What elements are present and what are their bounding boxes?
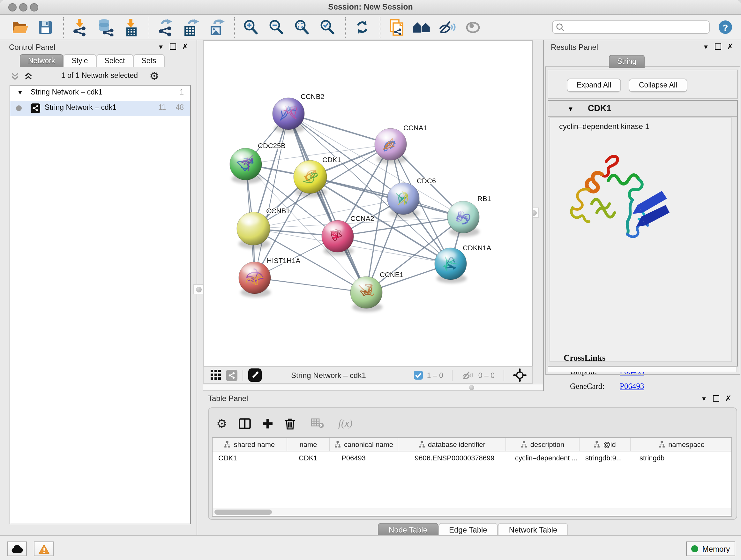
column-header[interactable]: canonical name (330, 438, 398, 451)
center-view-crosshair-icon[interactable] (513, 368, 527, 382)
column-header[interactable]: name (287, 438, 330, 451)
open-folder-icon (11, 19, 28, 35)
open-session-button[interactable] (10, 17, 29, 37)
export-image-button[interactable] (207, 17, 226, 37)
table-header-row: shared name name canonical name database… (212, 438, 731, 451)
panel-collapse-icon[interactable]: ▼ (703, 43, 709, 50)
table-horizontal-scrollbar[interactable] (213, 508, 731, 515)
table-row[interactable]: CDK1 CDK1 P06493 9606.ENSP00000378699 cy… (212, 451, 731, 463)
table-options-gear-icon[interactable]: ⚙ (216, 417, 227, 429)
tab-style[interactable]: Style (63, 54, 96, 67)
main-toolbar: ? (0, 15, 741, 40)
crosslink-link[interactable]: P06493 (620, 382, 644, 391)
show-all-networks-button[interactable] (412, 17, 431, 37)
network-collection-row[interactable]: ▼ String Network – cdk1 1 (10, 85, 190, 101)
table-panel: Table Panel ▼ ✗ ⚙ f(x) shared name name … (203, 391, 741, 535)
delete-column-button[interactable] (285, 417, 295, 429)
import-network-file-button[interactable] (70, 17, 89, 37)
houses-icon (412, 19, 431, 35)
collapse-all-button[interactable]: Collapse All (629, 78, 687, 92)
column-header[interactable]: @id (580, 438, 630, 451)
help-button[interactable]: ? (719, 20, 732, 34)
zoom-out-button[interactable] (267, 17, 286, 37)
show-hidden-button[interactable] (463, 17, 482, 37)
panel-close-icon[interactable]: ✗ (727, 42, 733, 51)
tree-expand-arrow-icon[interactable]: ▼ (17, 89, 23, 96)
network-options-gear-icon[interactable]: ⚙ (149, 71, 159, 82)
tab-select[interactable]: Select (96, 54, 133, 67)
network-from-clipboard-button[interactable] (387, 17, 406, 37)
network-edge[interactable] (310, 177, 463, 217)
node-label: CDC6 (417, 177, 436, 185)
column-header[interactable]: shared name (212, 438, 287, 451)
cloud-icon (11, 544, 23, 553)
search-icon (556, 23, 565, 32)
panel-float-icon[interactable] (715, 44, 721, 50)
save-session-button[interactable] (36, 17, 55, 37)
import-network-database-button[interactable] (96, 17, 115, 37)
panel-collapse-icon[interactable]: ▼ (701, 395, 707, 402)
selected-checkbox-icon[interactable] (414, 370, 423, 380)
refresh-button[interactable] (352, 17, 372, 37)
column-header[interactable]: description (506, 438, 580, 451)
tab-network-table[interactable]: Network Table (498, 523, 568, 537)
network-view-canvas[interactable]: CCNB2CCNA1CDC25BCDK1CDC6RB1CCNB1CCNA2CDK… (203, 40, 533, 367)
column-type-icon (334, 441, 341, 448)
expand-all-button[interactable]: Expand All (567, 78, 621, 92)
tab-edge-table[interactable]: Edge Table (438, 523, 498, 537)
network-edge[interactable] (255, 114, 288, 278)
panel-close-icon[interactable]: ✗ (725, 394, 731, 403)
node-gloss-highlight (325, 223, 343, 233)
cdk1-section-header[interactable]: ▼ CDK1 (548, 101, 737, 117)
network-edge[interactable] (288, 114, 366, 293)
memory-button[interactable]: Memory (686, 542, 735, 556)
show-columns-button[interactable] (239, 418, 251, 429)
network-edge[interactable] (255, 278, 366, 293)
zoom-selected-icon (319, 19, 336, 36)
node-label: CCNB1 (266, 207, 290, 215)
network-row-selected[interactable]: String Network – cdk1 11 48 (10, 101, 190, 116)
add-column-button[interactable] (262, 418, 273, 429)
function-builder-button-disabled: f(x) (338, 418, 352, 429)
window-title: Session: New Session (0, 0, 741, 14)
zoom-selected-button[interactable] (318, 17, 337, 37)
zoom-fit-button[interactable] (292, 17, 312, 37)
birdseye-view-button[interactable] (248, 368, 262, 382)
column-header[interactable]: namespace (630, 438, 732, 451)
scrollbar-thumb[interactable] (214, 509, 272, 514)
splitter-handle-dot[interactable] (469, 385, 474, 390)
network-share-view-button[interactable] (226, 369, 238, 381)
tab-node-table[interactable]: Node Table (378, 523, 438, 537)
protein-description: cyclin–dependent kinase 1 (559, 122, 650, 131)
results-horizontal-scrollbar[interactable] (548, 367, 737, 372)
tab-string[interactable]: String (609, 55, 645, 68)
section-collapse-arrow-icon[interactable]: ▼ (567, 105, 574, 112)
node-gloss-highlight (242, 265, 260, 274)
cloud-button[interactable] (7, 542, 27, 556)
tab-sets[interactable]: Sets (133, 54, 164, 67)
hidden-eye-icon (462, 370, 475, 380)
column-header[interactable]: database identifier (398, 438, 506, 451)
node-gloss-highlight (451, 204, 469, 213)
cdk1-details: cyclin–dependent kinase 1 (549, 118, 733, 362)
warning-button[interactable] (34, 542, 54, 556)
hide-selected-button[interactable] (438, 17, 457, 37)
panel-float-icon[interactable] (170, 44, 176, 50)
panel-collapse-icon[interactable]: ▼ (158, 43, 164, 50)
search-input[interactable] (552, 20, 710, 34)
import-table-file-button[interactable] (121, 17, 140, 37)
results-panel: Results Panel ▼ ✗ String Expand All Coll… (543, 40, 741, 391)
zoom-in-button[interactable] (241, 17, 260, 37)
tab-network[interactable]: Network (20, 54, 63, 67)
network-graph: CCNB2CCNA1CDC25BCDK1CDC6RB1CCNB1CCNA2CDK… (204, 41, 532, 366)
grid-view-button[interactable] (211, 370, 221, 381)
results-panel-header-icons: ▼ ✗ (703, 40, 733, 53)
node-label: CDC25B (258, 142, 286, 150)
results-vertical-scrollbar[interactable] (731, 118, 736, 362)
panel-float-icon[interactable] (713, 395, 719, 401)
export-table-button[interactable] (181, 17, 200, 37)
export-network-button[interactable] (156, 17, 175, 37)
panel-close-icon[interactable]: ✗ (182, 42, 188, 51)
export-table-icon (183, 18, 199, 36)
left-splitter-handle[interactable] (193, 284, 204, 294)
